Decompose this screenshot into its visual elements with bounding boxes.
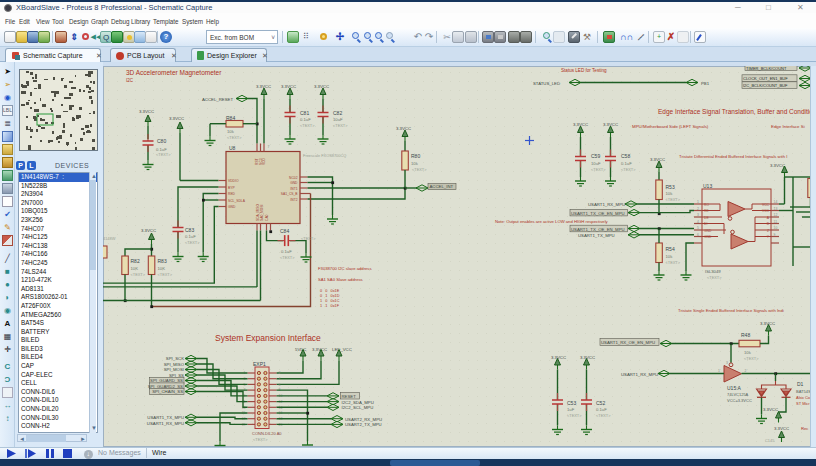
svg-text:USART1_TX_OE_EN_MPU: USART1_TX_OE_EN_MPU <box>571 211 625 216</box>
svg-text:10K: 10K <box>131 266 139 271</box>
svg-text:3.3VCC: 3.3VCC <box>770 163 785 168</box>
svg-text:C145: C145 <box>765 438 774 443</box>
svg-text:BYP: BYP <box>228 186 235 190</box>
svg-text:3.3VCC: 3.3VCC <box>314 84 329 89</box>
svg-text:<TEXT>: <TEXT> <box>253 437 268 442</box>
svg-text:ACCEL_RESET: ACCEL_RESET <box>202 97 233 102</box>
svg-text:0.1uF: 0.1uF <box>596 407 607 412</box>
svg-text:SPI_SCK: SPI_SCK <box>166 356 184 361</box>
svg-text:R54: R54 <box>666 246 675 252</box>
svg-text:10k: 10k <box>411 161 419 166</box>
svg-text:C53: C53 <box>567 400 576 406</box>
svg-text:0.1uF: 0.1uF <box>185 234 196 239</box>
svg-text:SA0_MOSI: SA0_MOSI <box>260 204 264 221</box>
svg-text:Status LED for Testing: Status LED for Testing <box>561 68 607 73</box>
svg-text:I2C: I2C <box>126 78 134 83</box>
svg-text:<TEXT>: <TEXT> <box>301 236 316 241</box>
svg-text:System Expansion Interface: System Expansion Interface <box>215 333 321 343</box>
svg-text:INT2: INT2 <box>290 198 297 202</box>
svg-text:10uF: 10uF <box>333 117 343 122</box>
svg-text:C83: C83 <box>185 227 194 233</box>
svg-text:GND: GND <box>704 235 712 239</box>
svg-text:3.3VCC: 3.3VCC <box>139 109 154 114</box>
svg-text:1uF: 1uF <box>567 407 575 412</box>
svg-text:DE: DE <box>704 216 709 220</box>
svg-text:LED_VCC: LED_VCC <box>332 347 352 352</box>
svg-text:PB1: PB1 <box>701 81 710 86</box>
svg-text:R53: R53 <box>666 184 675 190</box>
svg-text:Z: Z <box>767 229 769 233</box>
svg-text:0.1uF: 0.1uF <box>621 161 632 166</box>
svg-text:3.3VCC: 3.3VCC <box>141 228 156 233</box>
svg-text:0.1uF: 0.1uF <box>156 147 167 152</box>
svg-text:<TEXT>: <TEXT> <box>666 197 681 202</box>
svg-text:3.3VCC: 3.3VCC <box>281 84 296 89</box>
svg-text:<TEXT>: <TEXT> <box>707 275 722 280</box>
svg-text:USART1_RX_MPU: USART1_RX_MPU <box>588 202 625 207</box>
svg-text:SA1 SA0 Slave address: SA1 SA0 Slave address <box>318 277 363 282</box>
svg-text:CLOCK_OUT_EN1_BUF: CLOCK_OUT_EN1_BUF <box>743 76 788 81</box>
svg-text:VDD: VDD <box>262 157 266 165</box>
svg-text:VCC=3.3VCC: VCC=3.3VCC <box>727 398 752 403</box>
svg-text:3.3VCC: 3.3VCC <box>312 347 327 352</box>
svg-text:USART2_RX_MPU: USART2_RX_MPU <box>345 417 382 422</box>
svg-text:<TEXT>: <TEXT> <box>567 413 582 418</box>
svg-text:I2C_BCLK/COUNT_BUF: I2C_BCLK/COUNT_BUF <box>743 83 788 88</box>
svg-text:R82: R82 <box>131 258 140 264</box>
svg-text:2: 2 <box>745 369 747 373</box>
svg-text:DI: DI <box>704 222 707 226</box>
svg-text:<TEXT>: <TEXT> <box>131 272 146 277</box>
svg-text:SDA_MISO: SDA_MISO <box>256 204 260 221</box>
svg-text:4: 4 <box>279 377 281 381</box>
svg-text:0 0 0x1E: 0 0 0x1E <box>320 289 340 293</box>
svg-text:VDDIO: VDDIO <box>228 179 239 183</box>
svg-text:3.3VCC: 3.3VCC <box>763 407 778 412</box>
svg-text:RED: RED <box>228 192 236 196</box>
svg-text:10k: 10k <box>666 254 674 259</box>
svg-text:6: 6 <box>279 383 281 387</box>
svg-text:Edge Interface Si: Edge Interface Si <box>771 124 805 129</box>
svg-text:CA0: CA0 <box>265 214 269 221</box>
svg-text:USART1_TX_MPU: USART1_TX_MPU <box>578 233 615 238</box>
svg-text:1N4148W: 1N4148W <box>103 236 116 241</box>
svg-text:Tristate Single Ended Buffered: Tristate Single Ended Buffered Interface… <box>678 308 784 313</box>
svg-text:10k: 10k <box>666 191 674 196</box>
svg-text:0.1uF: 0.1uF <box>281 249 292 254</box>
svg-text:U13: U13 <box>703 183 712 189</box>
svg-text:C82: C82 <box>333 110 342 116</box>
svg-text:<TEXT>: <TEXT> <box>156 152 171 157</box>
svg-text:ST Micr: ST Micr <box>796 401 810 406</box>
svg-text:0.1uF: 0.1uF <box>300 117 311 122</box>
svg-text:Tristate Differential Ended Bu: Tristate Differential Ended Buffered Int… <box>679 154 787 159</box>
svg-text:<TEXT>: <TEXT> <box>412 167 427 172</box>
svg-text:EXP1: EXP1 <box>253 361 266 367</box>
svg-text:USART1_RX_MPU: USART1_RX_MPU <box>147 421 184 426</box>
svg-text:SPI_SS: SPI_SS <box>169 373 184 378</box>
svg-text:<TEXT>: <TEXT> <box>621 167 636 172</box>
svg-text:U15:A: U15:A <box>727 385 742 391</box>
svg-text:3.3VCC: 3.3VCC <box>396 126 411 131</box>
svg-text:R48: R48 <box>741 332 750 338</box>
svg-text:R80: R80 <box>411 153 420 159</box>
svg-text:I2C2_SCL_MPU: I2C2_SCL_MPU <box>342 405 374 410</box>
svg-text:<TEXT>: <TEXT> <box>591 167 606 172</box>
svg-text:R84: R84 <box>226 115 235 121</box>
svg-text:C52: C52 <box>596 400 605 406</box>
svg-text:1 1 0x1F: 1 1 0x1F <box>320 304 340 308</box>
svg-text:<TEXT>: <TEXT> <box>744 356 759 361</box>
svg-text:INT1: INT1 <box>290 187 297 191</box>
svg-text:10k: 10k <box>227 129 235 134</box>
svg-text:GND: GND <box>704 229 712 233</box>
svg-text:NC02: NC02 <box>289 176 298 180</box>
svg-text:SA1_CS_B: SA1_CS_B <box>281 192 298 196</box>
svg-text:U8: U8 <box>229 145 236 151</box>
svg-text:0 1 0x1D: 0 1 0x1D <box>320 294 340 298</box>
svg-text:USART2_TX_MPU: USART2_TX_MPU <box>345 422 382 427</box>
svg-text:VCC: VCC <box>762 203 770 207</box>
svg-text:C84: C84 <box>280 228 289 234</box>
svg-text:STATUS_LED: STATUS_LED <box>533 81 560 86</box>
svg-text:2: 2 <box>279 371 281 375</box>
svg-text:USART1_TX_MPU: USART1_TX_MPU <box>147 415 184 420</box>
svg-text:3.3VCC: 3.3VCC <box>650 157 665 162</box>
svg-text:RESET: RESET <box>342 394 357 399</box>
